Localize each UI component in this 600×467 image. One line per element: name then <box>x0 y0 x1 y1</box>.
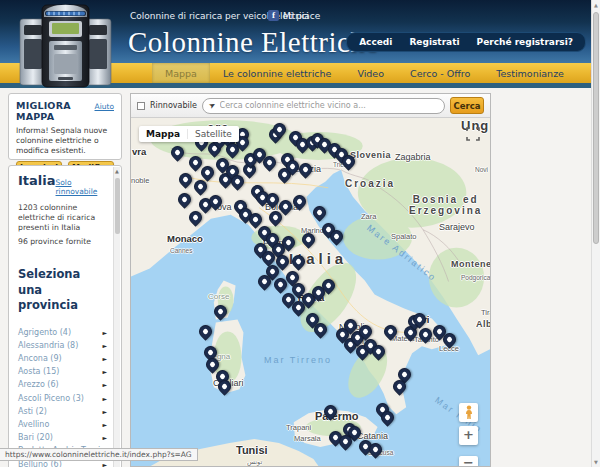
province-label: Arezzo (6) <box>18 380 59 389</box>
page-scrollbar-thumb[interactable] <box>593 12 599 244</box>
chevron-right-icon: ► <box>102 461 107 467</box>
province-link-ascoli-piceno-3[interactable]: Ascoli Piceno (3)► <box>18 391 109 404</box>
chevron-right-icon: ► <box>102 395 107 402</box>
search-button[interactable]: Cerca <box>450 97 484 114</box>
province-label: Alessandria (8) <box>18 341 78 350</box>
country-panel: Italia Solo rinnovabile 1203 colonnine e… <box>8 165 122 467</box>
chevron-right-icon: ► <box>102 355 107 362</box>
search-input[interactable] <box>220 101 438 110</box>
chevron-right-icon: ► <box>102 368 107 375</box>
province-link-arezzo-6[interactable]: Arezzo (6)► <box>18 378 109 391</box>
nav-item-cerco-offro[interactable]: Cerco - Offro <box>397 63 483 83</box>
pegman-streetview-control[interactable] <box>459 403 478 422</box>
chevron-right-icon: ► <box>102 342 107 349</box>
charging-station-logo[interactable] <box>18 3 113 88</box>
scrollbar-thumb[interactable] <box>115 178 120 234</box>
renewable-only-link[interactable]: Solo rinnovabile <box>56 178 109 196</box>
facebook-like-label: Mi piace <box>283 11 320 21</box>
help-link[interactable]: Aiuto <box>95 102 115 111</box>
fullscreen-icon[interactable] <box>466 126 480 140</box>
map-type-satellite-button[interactable]: Satellite <box>187 129 239 139</box>
status-url-tooltip: https://www.colonninelettriche.it/index.… <box>0 448 198 461</box>
province-label: Aosta (15) <box>18 367 59 376</box>
renewable-checkbox[interactable] <box>137 102 145 110</box>
provinces-count-text: 96 province fornite <box>18 237 109 246</box>
chevron-right-icon: ► <box>102 434 107 441</box>
chevron-right-icon: ► <box>102 329 107 336</box>
province-link-bari-20[interactable]: Bari (20)► <box>18 431 109 444</box>
page-scrollbar[interactable]: ▲ ▼ <box>591 0 600 467</box>
province-list: Agrigento (4)►Alessandria (8)►Ancona (9)… <box>18 326 109 467</box>
select-province-title: Seleziona una provincia <box>18 267 96 314</box>
province-label: Asti (2) <box>18 407 47 416</box>
renewable-checkbox-label: Rinnovabile <box>150 101 197 110</box>
nav-item-video[interactable]: Video <box>344 63 397 83</box>
chevron-right-icon: ► <box>102 408 107 415</box>
chevron-right-icon: ► <box>102 421 107 428</box>
facebook-icon: f <box>268 10 279 21</box>
stations-count-text: 1203 colonnine elettriche di ricarica pr… <box>18 203 109 233</box>
province-label: Ancona (9) <box>18 354 62 363</box>
map-panel: Rinnovabile ➤ Cerca <box>130 93 491 467</box>
map-type-map-button[interactable]: Mappa <box>139 129 187 139</box>
province-link-aosta-15[interactable]: Aosta (15)► <box>18 365 109 378</box>
province-label: Bari (20) <box>18 433 53 442</box>
chevron-right-icon: ► <box>102 381 107 388</box>
improve-map-title: MIGLIORA MAPPA <box>16 100 95 122</box>
nav-item-mappa[interactable]: Mappa <box>152 63 210 83</box>
scroll-up-icon[interactable]: ▲ <box>592 0 600 10</box>
map-type-control: Mappa Satellite <box>139 126 239 142</box>
province-label: Ascoli Piceno (3) <box>18 394 84 403</box>
send-arrow-icon: ➤ <box>207 100 217 111</box>
scroll-up-icon[interactable]: ▲ <box>114 167 120 176</box>
zoom-out-button[interactable]: − <box>459 456 478 466</box>
site-title: Colonnine Elettriche <box>128 26 379 59</box>
panel-scrollbar[interactable]: ▲ <box>113 167 120 467</box>
province-link-avellino[interactable]: Avellino► <box>18 418 109 431</box>
google-map[interactable]: eravranobleUngheriaSloveniaZagabriaTries… <box>131 118 490 466</box>
auth-button-accedi[interactable]: Accedi <box>359 37 392 47</box>
facebook-like-widget[interactable]: f Mi piace <box>268 10 320 21</box>
nav-item-testimonianze[interactable]: Testimonianze <box>483 63 577 83</box>
province-link-ancona-9[interactable]: Ancona (9)► <box>18 352 109 365</box>
province-label: Avellino <box>18 420 49 429</box>
province-link-alessandria-8[interactable]: Alessandria (8)► <box>18 339 109 352</box>
nav-item-le-colonnine-elettriche[interactable]: Le colonnine elettriche <box>210 63 344 83</box>
auth-button-perch-registrarsi[interactable]: Perché registrarsi? <box>477 37 573 47</box>
auth-buttons-bar: AccediRegistratiPerché registrarsi? <box>346 32 586 52</box>
province-link-agrigento-4[interactable]: Agrigento (4)► <box>18 326 109 339</box>
auth-button-registrati[interactable]: Registrati <box>409 37 459 47</box>
country-title: Italia <box>18 173 56 188</box>
improve-map-panel: MIGLIORA MAPPA Aiuto Informa! Segnala nu… <box>8 93 122 160</box>
map-search-bar: Rinnovabile ➤ Cerca <box>131 94 490 118</box>
province-label: Agrigento (4) <box>18 328 71 337</box>
improve-map-description: Informa! Segnala nuove colonnine elettri… <box>16 126 114 156</box>
page: Colonnine di ricarica per veicoli elettr… <box>0 0 600 467</box>
province-link-asti-2[interactable]: Asti (2)► <box>18 405 109 418</box>
search-pill: ➤ <box>202 98 445 114</box>
scroll-down-icon[interactable]: ▼ <box>592 457 600 467</box>
zoom-in-button[interactable]: + <box>459 426 478 445</box>
